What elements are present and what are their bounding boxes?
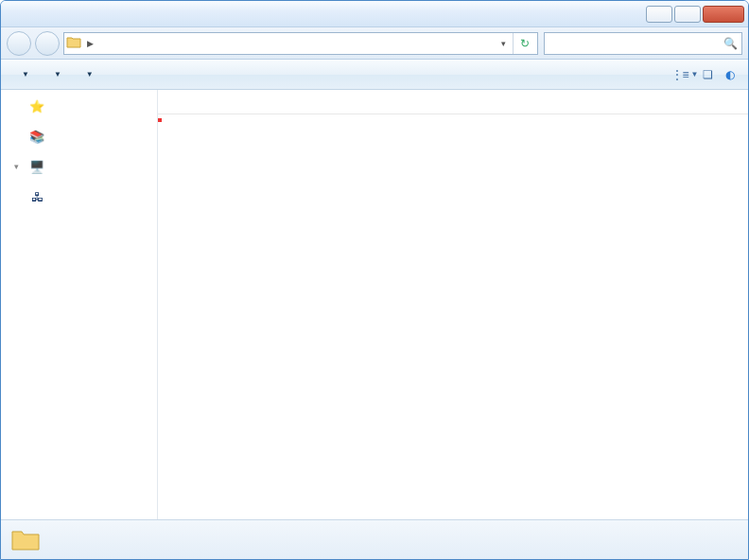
refresh-button[interactable]: ↻ — [513, 33, 535, 54]
address-dropdown-button[interactable]: ▾ — [496, 39, 511, 48]
view-options-button[interactable]: ⋮≡▼ — [674, 68, 695, 81]
search-icon: 🔍 — [723, 37, 738, 50]
chevron-right-icon[interactable]: ▶ — [85, 39, 96, 48]
organize-button[interactable]: ▼ — [9, 67, 39, 81]
chevron-down-icon: ▼ — [54, 70, 61, 79]
title-bar — [1, 1, 748, 27]
nav-forward-button[interactable] — [35, 31, 60, 56]
file-list-area — [158, 90, 748, 519]
network-icon: 🖧 — [29, 189, 44, 204]
address-row: ▶ ▾ ↻ 🔍 — [1, 27, 748, 60]
sidebar-favorites-header[interactable]: ⭐ — [1, 96, 157, 116]
computer-icon: 🖥️ — [29, 159, 44, 174]
collapse-icon: ▾ — [14, 162, 24, 171]
chevron-down-icon: ▼ — [86, 70, 94, 79]
library-icon: 📚 — [29, 129, 44, 144]
sidebar-computer-header[interactable]: ▾🖥️ — [1, 156, 157, 177]
file-list[interactable] — [158, 114, 748, 118]
main-area: ⭐ 📚 ▾🖥️ 🖧 — [1, 90, 748, 519]
toolbar: ▼ ▼ ▼ ⋮≡▼ ❏ ◐ — [1, 60, 748, 90]
address-bar[interactable]: ▶ ▾ ↻ — [63, 32, 538, 55]
folder-icon — [66, 35, 83, 52]
window-buttons — [646, 6, 744, 23]
nav-back-button[interactable] — [7, 31, 31, 56]
folder-icon — [10, 525, 41, 555]
maximize-button[interactable] — [674, 6, 701, 23]
share-button[interactable]: ▼ — [73, 67, 103, 81]
navigation-pane[interactable]: ⭐ 📚 ▾🖥️ 🖧 — [1, 90, 158, 519]
chevron-down-icon: ▼ — [22, 70, 29, 79]
sidebar-network-header[interactable]: 🖧 — [1, 186, 157, 207]
highlight-annotation — [158, 118, 162, 122]
new-folder-button[interactable] — [105, 72, 124, 78]
star-icon: ⭐ — [29, 98, 44, 114]
preview-pane-button[interactable]: ❏ — [697, 68, 718, 81]
minimize-button[interactable] — [646, 6, 672, 23]
include-in-library-button[interactable]: ▼ — [41, 67, 71, 81]
close-button[interactable] — [703, 6, 744, 23]
help-button[interactable]: ◐ — [720, 68, 740, 81]
column-headers — [158, 90, 748, 114]
status-bar — [1, 519, 748, 559]
sidebar-libraries-header[interactable]: 📚 — [1, 126, 157, 147]
search-input[interactable]: 🔍 — [544, 32, 742, 55]
